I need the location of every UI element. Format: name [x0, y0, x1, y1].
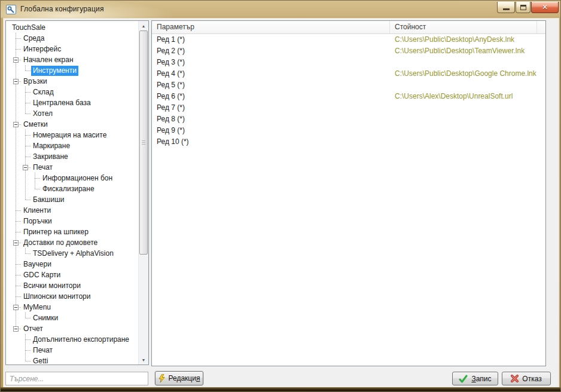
collapse-toggle-icon[interactable] — [23, 165, 28, 170]
value-cell — [390, 102, 537, 114]
table-row[interactable]: Ред 9 (*) — [152, 125, 545, 136]
tree-item[interactable]: Бакшиши — [6, 194, 138, 205]
table-row[interactable]: Ред 7 (*) — [152, 102, 545, 114]
cross-icon — [511, 375, 519, 382]
tree-item-label: Getti — [31, 356, 50, 365]
tree-item-label: Допълнително експортиране — [31, 335, 131, 345]
tree-item-label: Печат — [31, 345, 54, 356]
column-header-value[interactable]: Стойност — [390, 21, 537, 33]
tree-item-label: Ваучери — [22, 259, 53, 270]
tree-item[interactable]: Всички монитори — [6, 280, 138, 291]
tree-item[interactable]: Принтер на шпикер — [6, 226, 138, 237]
tree-item[interactable]: TouchSale — [6, 22, 138, 33]
tree-item[interactable]: Клиенти — [6, 205, 138, 216]
save-button-label: Запис — [471, 375, 491, 383]
table-header: Параметър Стойност — [152, 21, 545, 34]
tree-item[interactable]: Допълнително експортиране — [6, 334, 138, 345]
scrollbar-thumb[interactable] — [139, 30, 148, 255]
parameter-cell: Ред 4 (*) — [152, 68, 390, 79]
tree-item[interactable]: Среда — [6, 33, 138, 44]
cancel-button-label: Отказ — [522, 375, 541, 383]
tree-item[interactable]: Печат — [6, 162, 138, 173]
collapse-toggle-icon[interactable] — [13, 79, 19, 84]
search-input[interactable] — [5, 372, 148, 385]
scrollbar-grip-icon — [142, 140, 145, 145]
tree-item[interactable]: Печат — [6, 345, 138, 356]
minimize-icon — [503, 8, 510, 10]
tree-item[interactable]: Централена база — [6, 97, 138, 108]
tree-item[interactable]: Склад — [6, 87, 138, 97]
scroll-up-arrow-icon[interactable]: ▲ — [139, 21, 148, 30]
tree-item[interactable]: Хотел — [6, 108, 138, 119]
tree-item[interactable]: Отчет — [6, 323, 138, 334]
parameter-cell: Ред 5 (*) — [152, 79, 390, 91]
value-cell — [390, 114, 537, 125]
collapse-toggle-icon[interactable] — [13, 326, 19, 332]
tree-item-label: MyMenu — [22, 302, 53, 313]
minimize-button[interactable] — [497, 2, 515, 13]
tree-item-label: Маркиране — [31, 141, 72, 151]
tree-item-label: Номерация на масите — [31, 130, 108, 140]
tree-item[interactable]: GDC Карти — [6, 270, 138, 280]
maximize-button[interactable] — [516, 2, 530, 13]
tree-item-label: Среда — [22, 33, 46, 44]
edit-button-label: Редакция — [169, 374, 200, 382]
edit-button[interactable]: Редакция — [155, 371, 203, 385]
tree-item[interactable]: TSDelivery + AlphaVision — [6, 248, 138, 259]
tree-item-label: Закриване — [31, 152, 70, 162]
tree-item[interactable]: Номерация на масите — [6, 130, 138, 140]
tree-item[interactable]: Информационен бон — [6, 173, 138, 183]
value-cell: C:\Users\Public\Desktop\TeamViewer.lnk — [390, 45, 537, 57]
table-row[interactable]: Ред 4 (*)C:\Users\Public\Desktop\Google … — [152, 68, 545, 79]
tree-item-label: Сметки — [22, 120, 50, 130]
tree-item[interactable]: Доставки по домовете — [6, 237, 138, 248]
tree-item[interactable]: Шпионски монитори — [6, 291, 138, 302]
value-cell — [390, 125, 537, 136]
tree-item[interactable]: MyMenu — [6, 302, 138, 313]
tree-item-label: Връзки — [22, 76, 49, 87]
tree-item[interactable]: Интерфейс — [6, 44, 138, 54]
tree-item-label: Клиенти — [22, 206, 53, 216]
tree-item[interactable]: Маркиране — [6, 140, 138, 151]
collapse-toggle-icon[interactable] — [13, 57, 19, 63]
collapse-toggle-icon[interactable] — [13, 122, 19, 127]
parameters-table: Ред 1 (*)C:\Users\Public\Desktop\AnyDesk… — [152, 34, 545, 148]
tree-item-label: Инструменти — [31, 66, 78, 76]
parameter-cell: Ред 8 (*) — [152, 114, 390, 125]
table-row[interactable]: Ред 10 (*) — [152, 136, 545, 148]
tree-item-label: Поръчки — [22, 216, 54, 226]
tree-item[interactable]: Закриване — [6, 151, 138, 162]
table-row[interactable]: Ред 6 (*)C:\Users\Alex\Desktop\UnrealSof… — [152, 91, 545, 102]
tree-item[interactable]: Поръчки — [6, 216, 138, 226]
table-row[interactable]: Ред 3 (*) — [152, 57, 545, 68]
close-button[interactable]: ✕ — [531, 2, 559, 13]
tree-item[interactable]: Снимки — [6, 313, 138, 323]
parameter-cell: Ред 9 (*) — [152, 125, 390, 136]
table-row[interactable]: Ред 8 (*) — [152, 114, 545, 125]
parameter-cell: Ред 3 (*) — [152, 57, 390, 68]
parameter-cell: Ред 1 (*) — [152, 34, 390, 45]
tree-item-label: TouchSale — [10, 23, 47, 33]
cancel-button[interactable]: Отказ — [502, 372, 551, 385]
column-header-parameter[interactable]: Параметър — [152, 21, 390, 33]
table-row[interactable]: Ред 1 (*)C:\Users\Public\Desktop\AnyDesk… — [152, 34, 545, 45]
value-cell: C:\Users\Public\Desktop\AnyDesk.lnk — [390, 34, 537, 45]
scrollbar-track[interactable] — [139, 30, 148, 355]
tree-item[interactable]: Getti — [6, 356, 138, 365]
table-row[interactable]: Ред 2 (*)C:\Users\Public\Desktop\TeamVie… — [152, 45, 545, 57]
collapse-toggle-icon[interactable] — [13, 305, 19, 310]
tree-item-label: Централена база — [31, 98, 93, 108]
tree-item[interactable]: Фискализиране — [6, 183, 138, 194]
tree-item[interactable]: Инструменти — [6, 65, 138, 76]
tree-item-label: Отчет — [22, 324, 45, 334]
tree-scrollbar[interactable]: ▲ ▼ — [138, 21, 148, 365]
titlebar[interactable]: Глобална конфигурация — [1, 1, 560, 18]
tree-item[interactable]: Сметки — [6, 119, 138, 130]
table-row[interactable]: Ред 5 (*) — [152, 79, 545, 91]
collapse-toggle-icon[interactable] — [13, 240, 19, 246]
tree-item[interactable]: Начален екран — [6, 54, 138, 65]
tree-item[interactable]: Връзки — [6, 76, 138, 87]
scroll-down-arrow-icon[interactable]: ▼ — [139, 355, 148, 365]
tree-item[interactable]: Ваучери — [6, 259, 138, 270]
save-button[interactable]: Запис — [452, 372, 498, 385]
